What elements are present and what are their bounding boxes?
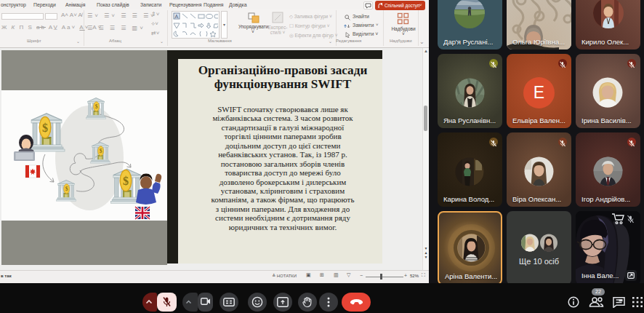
svg-text:А: А bbox=[175, 14, 179, 19]
svg-text:$: $ bbox=[100, 148, 102, 154]
svg-text:$: $ bbox=[95, 103, 98, 110]
svg-text:$: $ bbox=[65, 186, 68, 192]
